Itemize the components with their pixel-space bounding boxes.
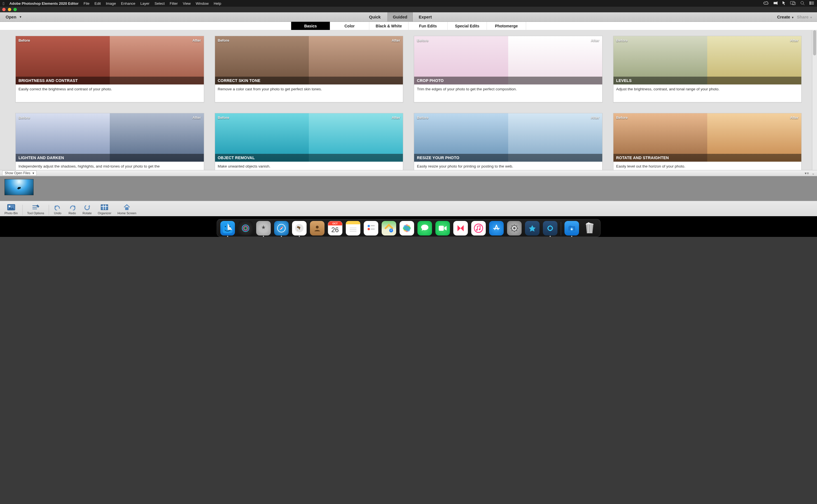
guided-card[interactable]: BeforeAfterRESIZE YOUR PHOTOEasily resiz… — [414, 113, 602, 170]
notification-icon[interactable] — [773, 1, 778, 6]
menu-filter[interactable]: Filter — [170, 1, 178, 6]
category-tabs: Basics Color Black & White Fun Edits Spe… — [0, 22, 817, 30]
guided-card[interactable]: BeforeAfterBRIGHTNESS AND CONTRASTEasily… — [15, 36, 204, 102]
scrollbar-thumb[interactable] — [813, 30, 816, 55]
dock-safari-icon[interactable] — [274, 221, 289, 235]
calendar-day: 26 — [331, 226, 339, 234]
menu-select[interactable]: Select — [154, 1, 164, 6]
open-dropdown[interactable]: Open ▼ — [0, 12, 27, 22]
dock-calendar-icon[interactable]: OCT 26 — [328, 221, 342, 235]
menu-view[interactable]: View — [183, 1, 191, 6]
before-label: Before — [616, 116, 628, 120]
svg-point-8 — [85, 205, 89, 210]
dock-facetime-icon[interactable] — [435, 221, 450, 235]
guided-card[interactable]: BeforeAfterCORRECT SKIN TONERemove a col… — [215, 36, 403, 102]
tool-options-button[interactable]: Tool Options — [24, 203, 47, 215]
home-screen-button[interactable]: Home Screen — [115, 203, 139, 215]
menu-window[interactable]: Window — [196, 1, 209, 6]
app-title[interactable]: Adobe Photoshop Elements 2020 Editor — [9, 1, 78, 6]
guided-gallery: BeforeAfterBRIGHTNESS AND CONTRASTEasily… — [0, 30, 817, 170]
organizer-button[interactable]: Organizer — [95, 203, 114, 215]
card-title: BRIGHTNESS AND CONTRAST — [16, 77, 204, 84]
spotlight-icon[interactable] — [800, 1, 805, 6]
window-traffic-lights — [2, 8, 17, 11]
mode-expert[interactable]: Expert — [413, 12, 438, 22]
vertical-scrollbar[interactable] — [812, 30, 817, 170]
menu-help[interactable]: Help — [214, 1, 221, 6]
photo-bin-button[interactable]: Photo Bin — [2, 203, 21, 215]
dock-reminders-icon[interactable] — [364, 221, 378, 235]
dock-messages-icon[interactable] — [417, 221, 432, 235]
tab-color[interactable]: Color — [330, 22, 369, 30]
svg-point-3 — [810, 1, 811, 2]
guided-card[interactable]: BeforeAfterROTATE AND STRAIGHTENEasily l… — [613, 113, 802, 170]
dock-finder-icon[interactable] — [221, 221, 235, 235]
redo-button[interactable]: Redo — [65, 203, 79, 215]
rotate-button[interactable]: Rotate — [80, 203, 94, 215]
bin-collapse-icon[interactable]: ⌄ — [812, 171, 815, 175]
minimize-window-button[interactable] — [8, 8, 11, 11]
tab-photomerge[interactable]: Photomerge — [487, 22, 526, 30]
creative-cloud-icon[interactable] — [763, 1, 769, 6]
dock-music-icon[interactable] — [471, 221, 486, 235]
chevron-down-icon: ▼ — [810, 16, 813, 19]
bin-view-selector[interactable]: Show Open Files ▾ — [2, 171, 37, 176]
tab-basics[interactable]: Basics — [291, 22, 330, 30]
undo-button[interactable]: Undo — [51, 203, 65, 215]
menu-layer[interactable]: Layer — [140, 1, 149, 6]
chevron-down-icon: ▾ — [32, 171, 34, 175]
dock-news-icon[interactable] — [453, 221, 468, 235]
menu-file[interactable]: File — [84, 1, 90, 6]
screen-mirror-icon[interactable] — [790, 1, 796, 6]
dock-appstore-icon[interactable] — [489, 221, 504, 235]
dock-contacts-icon[interactable] — [310, 221, 325, 235]
dock-pse-organizer-icon[interactable] — [525, 221, 539, 235]
apple-menu-icon[interactable]:  — [3, 1, 4, 6]
dock-settings-icon[interactable] — [507, 221, 522, 235]
before-label: Before — [218, 38, 229, 43]
menu-edit[interactable]: Edit — [94, 1, 100, 6]
tab-special-edits[interactable]: Special Edits — [448, 22, 487, 30]
chevron-down-icon: ▼ — [791, 16, 794, 19]
close-window-button[interactable] — [2, 8, 6, 11]
create-dropdown[interactable]: Create ▼ — [777, 15, 794, 19]
guided-card[interactable]: BeforeAfterOBJECT REMOVALMake unwanted o… — [215, 113, 403, 170]
menu-image[interactable]: Image — [106, 1, 116, 6]
svg-rect-10 — [125, 207, 128, 210]
cursor-icon[interactable] — [782, 1, 786, 6]
mode-guided[interactable]: Guided — [388, 12, 413, 22]
before-label: Before — [417, 116, 428, 120]
card-image: BeforeAfterROTATE AND STRAIGHTEN — [614, 113, 802, 162]
after-label: After — [392, 38, 400, 43]
control-center-icon[interactable] — [809, 1, 814, 6]
dock-maps-icon[interactable] — [382, 221, 396, 235]
svg-point-22 — [368, 225, 370, 227]
card-image: BeforeAfterRESIZE YOUR PHOTO — [414, 113, 602, 162]
tab-fun-edits[interactable]: Fun Edits — [408, 22, 448, 30]
zoom-window-button[interactable] — [13, 8, 17, 11]
dock-downloads-icon[interactable] — [564, 221, 579, 235]
mode-quick[interactable]: Quick — [362, 12, 388, 22]
guided-card[interactable]: BeforeAfterCROP PHOTOTrim the edges of y… — [414, 36, 602, 102]
card-description: Independently adjust the shadows, highli… — [16, 162, 204, 170]
dock-launchpad-icon[interactable] — [256, 221, 271, 235]
guided-card[interactable]: BeforeAfterLIGHTEN AND DARKENIndependent… — [15, 113, 204, 170]
bin-options-icon[interactable]: ▾≡ — [805, 171, 809, 175]
guided-card[interactable]: BeforeAfterLEVELSAdjust the brightness, … — [613, 36, 802, 102]
card-title: RESIZE YOUR PHOTO — [414, 154, 602, 162]
dock-trash-icon[interactable] — [582, 221, 597, 235]
dock-pse-editor-icon[interactable] — [543, 221, 557, 235]
card-description: Remove a color cast from your photo to g… — [215, 84, 403, 95]
bin-thumbnail[interactable] — [4, 179, 34, 195]
before-label: Before — [417, 38, 428, 43]
menu-enhance[interactable]: Enhance — [121, 1, 135, 6]
card-description: Easily resize your photo for printing or… — [414, 162, 602, 170]
bottom-toolbar: Photo Bin Tool Options Undo Redo Rotate … — [0, 201, 817, 216]
dock-siri-icon[interactable] — [238, 221, 253, 235]
tab-black-white[interactable]: Black & White — [369, 22, 408, 30]
share-dropdown[interactable]: Share ▼ — [797, 15, 813, 19]
dock-photos-icon[interactable] — [400, 221, 414, 235]
svg-point-32 — [479, 229, 480, 230]
dock-mail-icon[interactable] — [292, 221, 307, 235]
dock-notes-icon[interactable] — [346, 221, 360, 235]
